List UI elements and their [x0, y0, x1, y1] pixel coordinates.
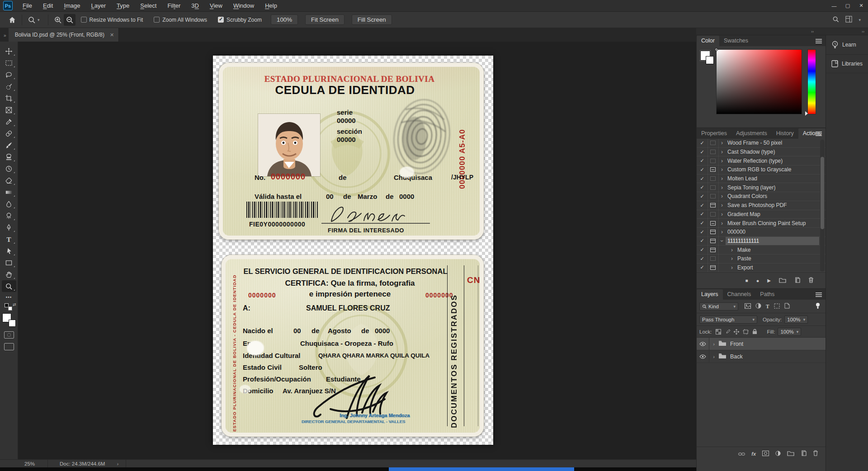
action-row-sepia-toning-layer-[interactable]: ✓›Sepia Toning (layer) [697, 183, 826, 192]
color-field[interactable] [717, 50, 802, 114]
action-check-icon[interactable]: ✓ [697, 184, 708, 190]
action-dialog-toggle-icon[interactable] [708, 256, 718, 261]
checkbox-resize-windows-to-fit[interactable]: Resize Windows to Fit [81, 17, 143, 23]
home-icon[interactable] [6, 14, 18, 26]
dodge-tool[interactable] [2, 210, 16, 221]
action-dialog-toggle-icon[interactable] [708, 150, 718, 154]
pen-tool[interactable] [2, 221, 16, 233]
action-check-icon[interactable]: ✓ [697, 193, 708, 199]
play-selection-icon[interactable]: ▶ [767, 278, 771, 283]
action-dialog-toggle-icon[interactable] [708, 239, 718, 243]
action-check-icon[interactable]: ✓ [697, 158, 708, 164]
lock-pixels-icon[interactable] [725, 329, 730, 334]
color-panel-swatches[interactable] [700, 51, 716, 66]
layers-panel-menu-icon[interactable] [816, 292, 822, 297]
layer-style-fx-icon[interactable]: fx [751, 451, 756, 457]
id-card-back[interactable]: ESTADO PLURINACIONAL DE BOLIVIA - CEDULA… [222, 255, 484, 437]
menu-type[interactable]: Type [111, 0, 135, 12]
tab-close-icon[interactable]: ✕ [110, 32, 114, 38]
action-row-save-as-photoshop-pdf[interactable]: ✓›Save as Photoshop PDF [697, 201, 826, 210]
action-expand-icon[interactable]: › [728, 264, 736, 271]
checkbox-zoom-all-windows[interactable]: Zoom All Windows [154, 17, 207, 23]
action-expand-icon[interactable]: › [718, 202, 726, 208]
swap-colors-icon[interactable]: ⇄ [13, 302, 16, 307]
action-row-make[interactable]: ✓›Make [697, 245, 826, 254]
menu-edit[interactable]: Edit [38, 0, 58, 12]
filter-adjustment-layers-icon[interactable] [755, 303, 761, 310]
tab-color[interactable]: Color [697, 36, 719, 46]
foreground-background-swatch[interactable] [2, 313, 16, 327]
checkbox-icon[interactable] [154, 17, 160, 23]
delete-action-icon[interactable] [808, 277, 814, 285]
menu-select[interactable]: Select [135, 0, 162, 12]
action-check-icon[interactable]: ✓ [697, 140, 708, 146]
history-brush-tool[interactable] [2, 163, 16, 174]
action-expand-icon[interactable]: › [718, 149, 726, 155]
brush-tool[interactable] [2, 139, 16, 151]
filter-type-layers-icon[interactable]: T [766, 304, 769, 309]
filter-smart-objects-icon[interactable] [784, 303, 790, 310]
action-expand-icon[interactable]: › [718, 220, 726, 226]
fill-dropdown[interactable]: 100%▾ [778, 328, 801, 336]
clone-stamp-tool[interactable] [2, 151, 16, 163]
color-panel-menu-icon[interactable] [816, 38, 822, 43]
action-dialog-toggle-icon[interactable] [708, 221, 718, 226]
action-check-icon[interactable]: ✓ [697, 238, 708, 244]
opacity-dropdown[interactable]: 100%▾ [784, 316, 808, 324]
close-button[interactable]: ✕ [854, 0, 868, 12]
rectangle-tool[interactable] [2, 257, 16, 268]
search-icon[interactable] [832, 16, 839, 24]
lock-artboard-icon[interactable] [743, 329, 749, 334]
actions-panel-menu-icon[interactable] [816, 131, 822, 136]
checkbox-icon[interactable] [218, 17, 224, 23]
blur-tool[interactable] [2, 198, 16, 210]
action-expand-icon[interactable]: › [718, 166, 726, 173]
action-dialog-toggle-icon[interactable] [708, 176, 718, 181]
filter-toggle-icon[interactable] [816, 303, 820, 310]
action-dialog-toggle-icon[interactable] [708, 248, 718, 252]
action-row-custom-rgb-to-grayscale[interactable]: ✓›Custom RGB to Grayscale [697, 165, 826, 174]
id-card-front[interactable]: ESTADO PLURINACIONAL DE BOLIVIA CEDULA D… [219, 63, 484, 240]
layer-row-front[interactable]: ›Front [697, 338, 826, 350]
actions-scrollbar-thumb[interactable] [821, 157, 824, 229]
menu-view[interactable]: View [204, 0, 228, 12]
lock-transparency-icon[interactable] [716, 329, 721, 334]
action-row-molten-lead[interactable]: ✓›Molten Lead [697, 174, 826, 184]
action-row-mixer-brush-cloning-paint-setup[interactable]: ✓›Mixer Brush Cloning Paint Setup [697, 219, 826, 228]
action-row-wood-frame-50-pixel[interactable]: ✓›Wood Frame - 50 pixel [697, 139, 826, 148]
edit-toolbar-icon[interactable]: ••• [0, 295, 18, 300]
action-expand-icon[interactable]: › [718, 229, 726, 235]
action-row-quadrant-colors[interactable]: ✓›Quadrant Colors [697, 192, 826, 201]
document-tab[interactable]: Bolivia ID.psd @ 25% (Front, RGB/8) ✕ [9, 28, 119, 42]
action-dialog-toggle-icon[interactable] [708, 212, 718, 217]
menu-file[interactable]: File [17, 0, 38, 12]
action-expand-icon[interactable]: › [718, 193, 726, 199]
action-expand-icon[interactable]: › [728, 247, 736, 253]
canvas-area[interactable]: ESTADO PLURINACIONAL DE BOLIVIA CEDULA D… [18, 42, 696, 459]
blend-mode-dropdown[interactable]: Pass Through▾ [699, 316, 757, 324]
menu-window[interactable]: Window [228, 0, 259, 12]
new-layer-icon[interactable] [801, 450, 807, 458]
tab-swatches[interactable]: Swatches [719, 36, 753, 46]
tab-properties[interactable]: Properties [697, 128, 731, 139]
tab-history[interactable]: History [772, 128, 798, 139]
menu-image[interactable]: Image [58, 0, 85, 12]
layer-expand-icon[interactable]: › [709, 341, 718, 347]
action-check-icon[interactable]: ✓ [697, 229, 708, 235]
menu-filter[interactable]: Filter [162, 0, 186, 12]
action-row-paste[interactable]: ✓›Paste [697, 254, 826, 264]
checkbox-icon[interactable] [81, 17, 87, 23]
crop-tool[interactable] [2, 92, 16, 104]
action-check-icon[interactable]: ✓ [697, 256, 708, 262]
default-colors-icon[interactable]: ⇄ [5, 303, 14, 311]
action-check-icon[interactable]: ✓ [697, 211, 708, 217]
fit-screen-button[interactable]: Fit Screen [305, 14, 344, 25]
hand-tool[interactable] [2, 268, 16, 280]
action-dialog-toggle-icon[interactable] [708, 265, 718, 270]
hue-slider-arrow[interactable] [805, 111, 808, 116]
lasso-tool[interactable] [2, 69, 16, 80]
action-check-icon[interactable]: ✓ [697, 149, 708, 155]
spot-healing-brush-tool[interactable] [2, 127, 16, 139]
actions-scrollbar[interactable] [820, 140, 825, 272]
stop-playing-icon[interactable]: ■ [745, 278, 748, 283]
